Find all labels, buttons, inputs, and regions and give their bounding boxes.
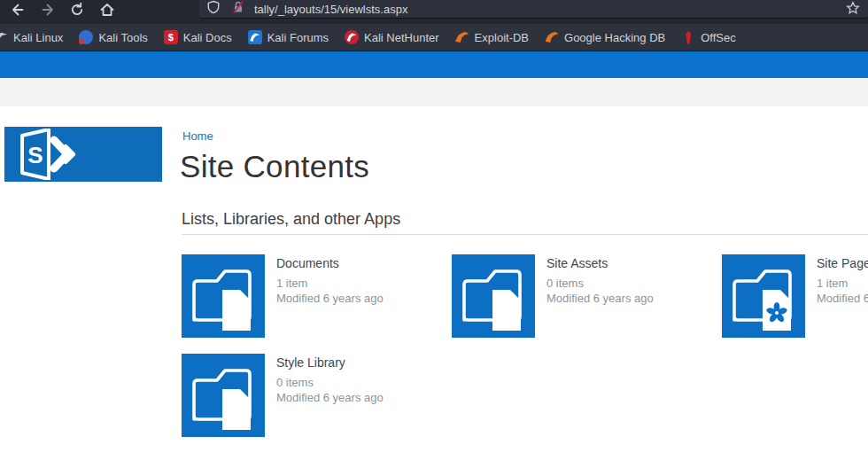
bookmark-offsec[interactable]: OffSec [673,24,744,51]
reload-icon[interactable] [67,0,87,20]
ribbon-bar [0,78,868,106]
bookmark-label: Kali Forums [267,31,329,44]
url-bar[interactable]: tally/_layouts/15/viewlsts.aspx [199,0,868,19]
tile-title[interactable]: Site Assets [546,256,654,270]
kali-nethunter-icon [345,30,359,44]
bookmark-label: Kali Docs [183,31,232,44]
tile-modified: Modified 6 years ago [817,291,868,306]
svg-text:S: S [27,142,43,168]
home-icon[interactable] [97,0,117,20]
tile-modified: Modified 6 years ago [276,390,384,405]
forward-icon[interactable] [39,0,58,20]
breadcrumb-home-link[interactable]: Home [182,129,213,143]
bookmark-label: OffSec [701,31,736,44]
sharepoint-logo-icon: S [19,129,88,180]
bookmark-label: Kali Linux [13,31,63,44]
kali-docs-icon [164,30,178,44]
tile-title[interactable]: Site Pages [817,256,868,270]
bookmark-label: Kali NetHunter [364,31,439,44]
tiles-grid: Documents 1 item Modified 6 years ago Si… [182,254,868,437]
tile-item-count: 0 items [546,276,654,291]
kali-tools-icon [79,30,93,44]
bookmark-star-icon[interactable] [846,1,860,19]
back-icon[interactable] [7,0,27,20]
app-tile[interactable]: Site Assets 0 items Modified 6 years ago [452,254,722,338]
bookmark-label: Exploit-DB [475,31,529,44]
bookmark-kali-forums[interactable]: Kali Forums [240,24,337,51]
app-tile[interactable]: Style Library 0 items Modified 6 years a… [182,354,452,437]
folder-icon[interactable] [182,354,265,437]
browser-toolbar: tally/_layouts/15/viewlsts.aspx [0,0,868,24]
offsec-icon [681,30,695,44]
section-divider [182,234,868,235]
tracking-shield-icon[interactable] [206,0,221,18]
tile-modified: Modified 6 years ago [276,291,384,306]
bookmarks-bar: Kali Linux Kali Tools Kali Docs Kali For… [0,24,868,51]
kali-forums-icon [248,30,262,44]
tile-modified: Modified 6 years ago [546,291,654,306]
bookmark-exploit-db[interactable]: Exploit-DB [447,24,537,51]
exploit-db-icon [455,30,469,44]
bookmark-kali-docs[interactable]: Kali Docs [156,24,240,51]
folder-icon[interactable] [722,254,805,338]
folder-icon[interactable] [182,254,265,338]
bookmark-google-hacking-db[interactable]: Google Hacking DB [537,24,673,51]
site-logo[interactable]: S [4,127,162,182]
bookmark-kali-nethunter[interactable]: Kali NetHunter [337,24,447,51]
google-hacking-db-icon [545,30,559,44]
folder-icon[interactable] [452,254,535,338]
app-tile[interactable]: Site Pages 1 item Modified 6 years ago [722,254,868,338]
tile-title[interactable]: Style Library [276,355,384,370]
bookmark-label: Kali Tools [98,31,147,44]
tile-item-count: 1 item [276,276,384,291]
insecure-lock-icon[interactable] [231,0,245,18]
bookmark-kali-linux[interactable]: Kali Linux [0,24,71,51]
sharepoint-suite-bar [0,51,868,78]
kali-linux-icon [0,30,8,44]
tile-item-count: 0 items [276,375,384,390]
tile-title[interactable]: Documents [276,256,384,270]
bookmark-kali-tools[interactable]: Kali Tools [71,24,155,51]
section-title: Lists, Libraries, and other Apps [182,210,400,229]
bookmark-label: Google Hacking DB [564,31,665,44]
tile-item-count: 1 item [817,276,868,291]
page-title: Site Contents [180,149,369,184]
url-text[interactable]: tally/_layouts/15/viewlsts.aspx [254,3,407,16]
app-tile[interactable]: Documents 1 item Modified 6 years ago [182,254,452,338]
